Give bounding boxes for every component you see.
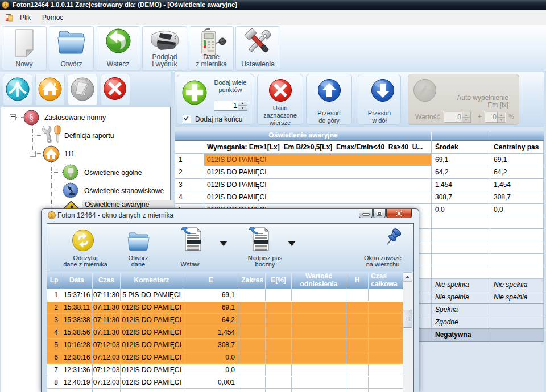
svg-text:λ: λ	[4, 2, 7, 8]
svg-text:§: §	[29, 112, 34, 123]
svg-text:λ: λ	[50, 213, 53, 219]
